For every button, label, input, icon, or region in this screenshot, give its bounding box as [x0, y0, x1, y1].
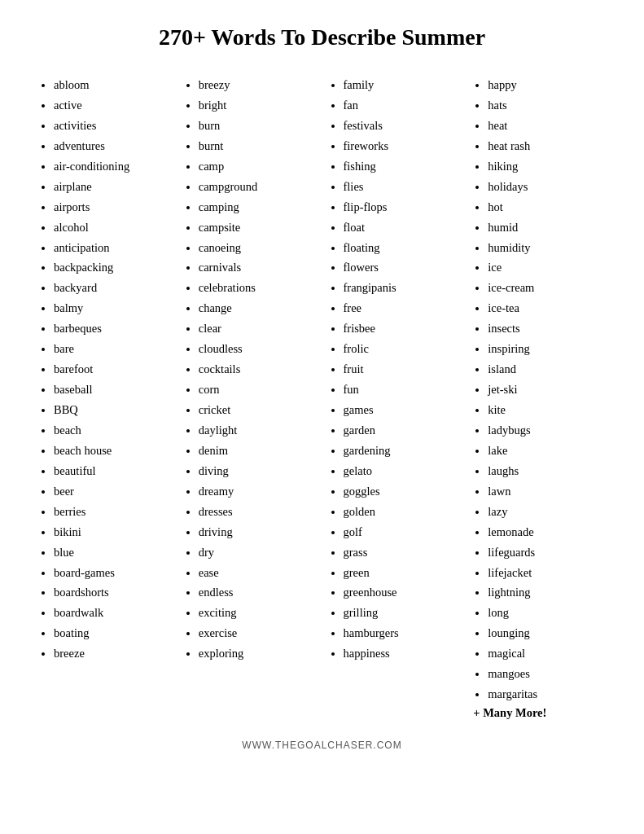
list-item: cocktails [199, 359, 316, 380]
list-item: fun [344, 380, 461, 400]
list-item: backyard [54, 278, 171, 298]
list-item: grilling [344, 603, 461, 623]
list-item: humidity [488, 238, 605, 258]
list-item: bright [199, 95, 316, 116]
list-item: golf [344, 522, 461, 542]
list-item: float [344, 217, 461, 238]
list-item: campsite [199, 217, 316, 238]
list-item: beautiful [54, 461, 171, 481]
list-item: carnivals [199, 257, 316, 278]
list-item: adventures [54, 136, 171, 156]
list-item: bare [54, 339, 171, 359]
list-item: dreamy [199, 481, 316, 502]
list-item: camping [199, 197, 316, 217]
list-item: lifejacket [488, 563, 605, 583]
list-item: fireworks [344, 136, 461, 156]
list-item: daylight [199, 420, 316, 441]
list-item: board-games [54, 563, 171, 583]
list-item: ice-cream [488, 278, 605, 298]
list-item: lifeguards [488, 542, 605, 563]
list-item: breeze [54, 643, 171, 664]
list-item: flies [344, 177, 461, 197]
list-item: gelato [344, 461, 461, 481]
list-item: balmy [54, 298, 171, 318]
list-item: breezy [199, 75, 316, 95]
list-item: dresses [199, 502, 316, 522]
list-item: campground [199, 177, 316, 197]
list-item: corn [199, 380, 316, 400]
list-item: burn [199, 116, 316, 136]
word-list-3: familyfanfestivalsfireworksfishingfliesf… [329, 75, 461, 664]
list-item: heat [488, 116, 605, 136]
list-item: berries [54, 502, 171, 522]
list-item: endless [199, 582, 316, 603]
list-item: gardening [344, 441, 461, 461]
list-item: airports [54, 197, 171, 217]
column-1: abloomactiveactivitiesadventuresair-cond… [33, 75, 177, 720]
list-item: ease [199, 563, 316, 583]
list-item: active [54, 95, 171, 116]
word-columns: abloomactiveactivitiesadventuresair-cond… [33, 75, 611, 720]
list-item: lazy [488, 502, 605, 522]
list-item: lounging [488, 623, 605, 643]
list-item: fishing [344, 156, 461, 177]
column-3: familyfanfestivalsfireworksfishingfliesf… [322, 75, 467, 720]
list-item: boating [54, 623, 171, 643]
list-item: alcohol [54, 217, 171, 238]
list-item: ladybugs [488, 420, 605, 441]
list-item: humid [488, 217, 605, 238]
list-item: floating [344, 238, 461, 258]
list-item: lemonade [488, 522, 605, 542]
list-item: lake [488, 441, 605, 461]
list-item: denim [199, 441, 316, 461]
list-item: goggles [344, 481, 461, 502]
list-item: cricket [199, 400, 316, 420]
list-item: camp [199, 156, 316, 177]
list-item: celebrations [199, 278, 316, 298]
list-item: holidays [488, 177, 605, 197]
list-item: fan [344, 95, 461, 116]
list-item: frangipanis [344, 278, 461, 298]
list-item: clear [199, 318, 316, 339]
list-item: frisbee [344, 318, 461, 339]
list-item: beach house [54, 441, 171, 461]
list-item: anticipation [54, 238, 171, 258]
list-item: garden [344, 420, 461, 441]
list-item: boardwalk [54, 603, 171, 623]
list-item: inspiring [488, 339, 605, 359]
list-item: barefoot [54, 359, 171, 380]
list-item: flip-flops [344, 197, 461, 217]
list-item: barbeques [54, 318, 171, 339]
list-item: fruit [344, 359, 461, 380]
list-item: diving [199, 461, 316, 481]
list-item: free [344, 298, 461, 318]
list-item: laughs [488, 461, 605, 481]
list-item: exciting [199, 603, 316, 623]
list-item: boardshorts [54, 582, 171, 603]
list-item: festivals [344, 116, 461, 136]
list-item: abloom [54, 75, 171, 95]
list-item: BBQ [54, 400, 171, 420]
list-item: frolic [344, 339, 461, 359]
list-item: ice [488, 257, 605, 278]
list-item: beach [54, 420, 171, 441]
list-item: island [488, 359, 605, 380]
list-item: hot [488, 197, 605, 217]
list-item: dry [199, 542, 316, 563]
list-item: games [344, 400, 461, 420]
list-item: green [344, 563, 461, 583]
list-item: happy [488, 75, 605, 95]
list-item: insects [488, 318, 605, 339]
list-item: airplane [54, 177, 171, 197]
word-list-2: breezybrightburnburntcampcampgroundcampi… [184, 75, 316, 664]
list-item: heat rash [488, 136, 605, 156]
list-item: happiness [344, 643, 461, 664]
list-item: mangoes [488, 664, 605, 684]
list-item: lawn [488, 481, 605, 502]
list-item: ice-tea [488, 298, 605, 318]
list-item: greenhouse [344, 582, 461, 603]
list-item: exploring [199, 643, 316, 664]
list-item: activities [54, 116, 171, 136]
list-item: blue [54, 542, 171, 563]
list-item: exercise [199, 623, 316, 643]
